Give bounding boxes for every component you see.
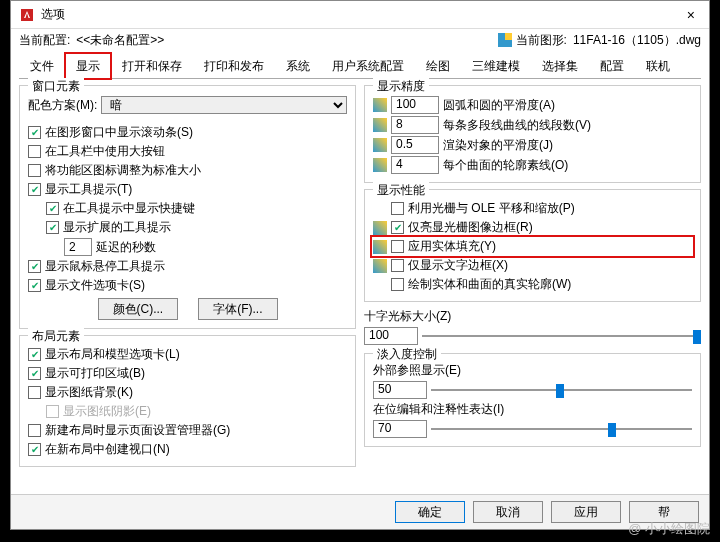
drawing-label: 当前图形:: [516, 32, 567, 49]
tab-3d[interactable]: 三维建模: [461, 53, 531, 79]
chk-text-frame[interactable]: [391, 259, 404, 272]
chk-paper-bg[interactable]: [28, 386, 41, 399]
chk-paper-shadow: [46, 405, 59, 418]
group-resolution: 显示精度 100圆弧和圆的平滑度(A) 8每条多段线曲线的线段数(V) 0.5渲…: [364, 85, 701, 183]
colorscheme-label: 配色方案(M):: [28, 97, 97, 114]
titlebar: 选项 ×: [11, 1, 709, 29]
button-bar: 确定 取消 应用 帮: [11, 494, 709, 529]
window-title: 选项: [41, 6, 65, 23]
fonts-button[interactable]: 字体(F)...: [198, 298, 277, 320]
chk-shortcut-keys[interactable]: [46, 202, 59, 215]
tab-file[interactable]: 文件: [19, 53, 65, 79]
chk-rollover[interactable]: [28, 260, 41, 273]
arc-smooth-input[interactable]: 100: [391, 96, 439, 114]
chk-true-sil[interactable]: [391, 278, 404, 291]
drawing-var-icon: [373, 240, 387, 254]
chk-viewport[interactable]: [28, 443, 41, 456]
tab-display[interactable]: 显示: [65, 53, 111, 79]
chk-pagesetup[interactable]: [28, 424, 41, 437]
xref-fade-label: 外部参照显示(E): [373, 362, 692, 379]
colors-button[interactable]: 颜色(C)...: [98, 298, 179, 320]
close-button[interactable]: ×: [681, 5, 701, 25]
crosshair-input[interactable]: 100: [364, 327, 418, 345]
render-smooth-input[interactable]: 0.5: [391, 136, 439, 154]
profile-label: 当前配置:: [19, 32, 70, 49]
group-title: 布局元素: [28, 328, 84, 345]
chk-solid-fill[interactable]: [391, 240, 404, 253]
info-row: 当前配置: <<未命名配置>> 当前图形: 11FA1-16（1105）.dwg: [11, 29, 709, 51]
tab-online[interactable]: 联机: [635, 53, 681, 79]
tab-strip: 文件 显示 打开和保存 打印和发布 系统 用户系统配置 绘图 三维建模 选择集 …: [19, 53, 701, 79]
chk-raster-frame[interactable]: [391, 221, 404, 234]
group-title: 窗口元素: [28, 78, 84, 95]
chk-ribbon-std[interactable]: [28, 164, 41, 177]
tab-userpref[interactable]: 用户系统配置: [321, 53, 415, 79]
crosshair-label: 十字光标大小(Z): [364, 308, 701, 325]
drawing-var-icon: [373, 259, 387, 273]
tab-profiles[interactable]: 配置: [589, 53, 635, 79]
drawing-var-icon: [373, 138, 387, 152]
inplace-fade-slider[interactable]: [431, 420, 692, 438]
colorscheme-select[interactable]: 暗: [101, 96, 347, 114]
svg-rect-1: [505, 33, 512, 40]
app-icon: [19, 7, 35, 23]
tab-system[interactable]: 系统: [275, 53, 321, 79]
watermark: @ 小小绘图院: [628, 520, 710, 538]
drawing-var-icon: [373, 118, 387, 132]
group-layout-elements: 布局元素 显示布局和模型选项卡(L) 显示可打印区域(B) 显示图纸背景(K) …: [19, 335, 356, 467]
chk-ole-pan[interactable]: [391, 202, 404, 215]
chk-scrollbars[interactable]: [28, 126, 41, 139]
group-window-elements: 窗口元素 配色方案(M): 暗 在图形窗口中显示滚动条(S) 在工具栏中使用大按…: [19, 85, 356, 329]
group-title: 显示精度: [373, 78, 429, 95]
pline-seg-input[interactable]: 8: [391, 116, 439, 134]
surf-contour-input[interactable]: 4: [391, 156, 439, 174]
drawing-value: 11FA1-16（1105）.dwg: [573, 32, 701, 49]
cancel-button[interactable]: 取消: [473, 501, 543, 523]
inplace-fade-label: 在位编辑和注释性表达(I): [373, 401, 692, 418]
tab-print[interactable]: 打印和发布: [193, 53, 275, 79]
tab-drafting[interactable]: 绘图: [415, 53, 461, 79]
drawing-icon: [498, 33, 512, 47]
group-performance: 显示性能 利用光栅与 OLE 平移和缩放(P) 仅亮显光栅图像边框(R) 应用实…: [364, 189, 701, 302]
xref-fade-input[interactable]: 50: [373, 381, 427, 399]
drawing-var-icon: [373, 98, 387, 112]
crosshair-slider[interactable]: [422, 327, 701, 345]
tab-selection[interactable]: 选择集: [531, 53, 589, 79]
apply-button[interactable]: 应用: [551, 501, 621, 523]
chk-ext-tooltips[interactable]: [46, 221, 59, 234]
chk-printable[interactable]: [28, 367, 41, 380]
ok-button[interactable]: 确定: [395, 501, 465, 523]
xref-fade-slider[interactable]: [431, 381, 692, 399]
drawing-var-icon: [373, 158, 387, 172]
group-title: 显示性能: [373, 182, 429, 199]
chk-tooltips[interactable]: [28, 183, 41, 196]
profile-value: <<未命名配置>>: [76, 32, 164, 49]
group-title: 淡入度控制: [373, 346, 441, 363]
drawing-var-icon: [373, 221, 387, 235]
chk-layout-tabs[interactable]: [28, 348, 41, 361]
delay-input[interactable]: [64, 238, 92, 256]
inplace-fade-input[interactable]: 70: [373, 420, 427, 438]
chk-large-buttons[interactable]: [28, 145, 41, 158]
crosshair-section: 十字光标大小(Z) 100: [364, 308, 701, 347]
chk-filetabs[interactable]: [28, 279, 41, 292]
tab-opensave[interactable]: 打开和保存: [111, 53, 193, 79]
group-fade: 淡入度控制 外部参照显示(E) 50 在位编辑和注释性表达(I) 70: [364, 353, 701, 447]
